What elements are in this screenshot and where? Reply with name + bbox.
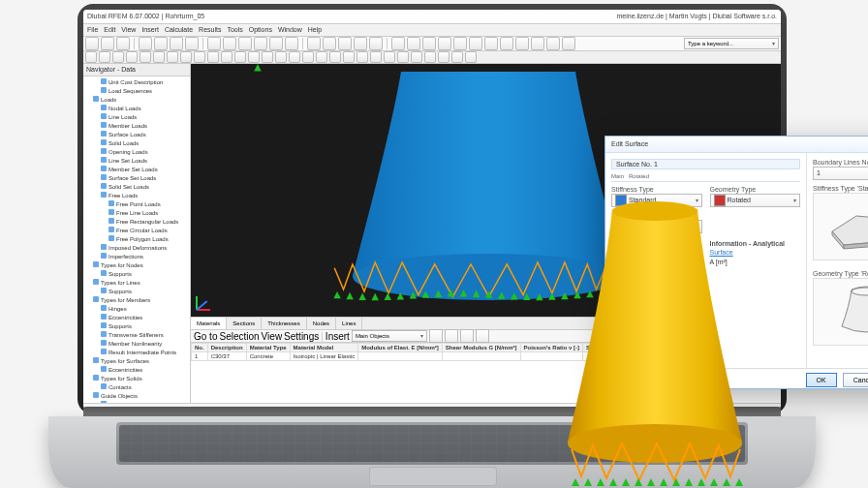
tree-item[interactable]: Surface Set Loads: [85, 174, 188, 183]
grid-goto[interactable]: Go to: [194, 331, 217, 342]
toolbar-button[interactable]: [180, 51, 192, 63]
tab-nodes[interactable]: Nodes: [307, 318, 336, 329]
toolbar-button[interactable]: [329, 51, 341, 63]
tree-item[interactable]: Contacts: [85, 383, 188, 392]
option-check[interactable]: [611, 336, 619, 344]
toolbar-button[interactable]: [369, 37, 383, 50]
tab-sections[interactable]: Sections: [227, 318, 262, 329]
tree-item[interactable]: Transverse Stiffeners: [85, 331, 188, 340]
tree-item[interactable]: Free Line Loads: [85, 209, 188, 218]
thickness-edit-button[interactable]: [672, 220, 686, 233]
tree-item[interactable]: Member Set Loads: [85, 166, 188, 174]
toolbar-button[interactable]: [207, 37, 221, 50]
toolbar-button[interactable]: [451, 51, 463, 63]
toolbar-button[interactable]: [170, 37, 183, 50]
ok-button[interactable]: OK: [806, 373, 837, 387]
menu-insert[interactable]: Insert: [141, 24, 159, 36]
menu-view[interactable]: View: [121, 24, 136, 36]
tree-item[interactable]: Loads: [85, 96, 188, 105]
tree-item[interactable]: Solid Loads: [85, 139, 188, 148]
toolbar-button[interactable]: [422, 37, 436, 50]
toolbar-button[interactable]: [185, 37, 199, 50]
material-combo[interactable]: 1 · C30/37 | Concrete | Linear Elastic .…: [611, 246, 686, 259]
toolbar-button[interactable]: [221, 51, 232, 63]
grid-insert[interactable]: Insert: [326, 331, 350, 342]
toolbar-button[interactable]: [453, 37, 467, 50]
toolbar-button[interactable]: [238, 37, 252, 50]
option-check[interactable]: [611, 346, 619, 353]
tree-item[interactable]: Types for Lines: [85, 279, 188, 288]
option-check[interactable]: [611, 297, 619, 305]
toolbar-button[interactable]: [407, 37, 420, 50]
grid-tool-button[interactable]: [476, 329, 489, 343]
col-header[interactable]: Material Model: [290, 344, 358, 352]
dialog-help-button[interactable]: [611, 373, 625, 386]
toolbar-button[interactable]: [285, 37, 298, 50]
option-check[interactable]: [611, 355, 619, 363]
tree-item[interactable]: Imperfections: [85, 253, 188, 261]
tree-item[interactable]: Supports: [85, 322, 188, 331]
dialog-tab[interactable]: Surface No. 1: [611, 159, 800, 169]
toolbar-button[interactable]: [248, 51, 260, 63]
grid-selection[interactable]: Selection: [219, 331, 259, 342]
tree-item[interactable]: Solid Set Loads: [85, 183, 188, 192]
toolbar-button[interactable]: [167, 51, 178, 63]
toolbar-button[interactable]: [85, 51, 97, 63]
toolbar-button[interactable]: [194, 51, 205, 63]
toolbar-button[interactable]: [323, 37, 336, 50]
option-check[interactable]: [611, 326, 619, 334]
menu-calculate[interactable]: Calculate: [165, 24, 193, 36]
col-header[interactable]: Shear Modulus G [N/mm²]: [442, 344, 520, 352]
toolbar-button[interactable]: [411, 51, 422, 63]
tree-item[interactable]: Supports: [85, 270, 188, 279]
tree-item[interactable]: Member Nonlinearity: [85, 340, 188, 349]
grid-view[interactable]: View: [262, 331, 283, 342]
boundary-lines-field[interactable]: 1: [813, 167, 868, 180]
toolbar-button[interactable]: [99, 51, 110, 63]
tree-item[interactable]: Eccentricities: [85, 314, 188, 322]
toolbar-button[interactable]: [484, 37, 498, 50]
tree-item[interactable]: Nodal Loads: [85, 105, 188, 113]
menu-edit[interactable]: Edit: [104, 24, 115, 36]
toolbar-button[interactable]: [338, 37, 352, 50]
tree-item[interactable]: Free Point Loads: [85, 200, 188, 209]
toolbar-button[interactable]: [223, 37, 236, 50]
quick-search[interactable]: Type a keyword...: [684, 38, 779, 49]
thickness-combo[interactable]: 1 · Uniform | d : 300.0 mm · C30/37: [611, 220, 669, 233]
col-header[interactable]: Description: [207, 344, 246, 352]
toolbar-button[interactable]: [289, 51, 300, 63]
col-header[interactable]: Material Type: [246, 344, 290, 352]
option-check[interactable]: [611, 307, 619, 315]
grid-settings[interactable]: Settings: [284, 331, 319, 342]
toolbar-button[interactable]: [126, 51, 138, 63]
toolbar-button[interactable]: [546, 37, 560, 50]
option-check[interactable]: [611, 288, 619, 295]
toolbar-button[interactable]: [234, 51, 246, 63]
tree-item[interactable]: Line Loads: [85, 113, 188, 122]
tree-item[interactable]: Member Loads: [85, 122, 188, 131]
tree-item[interactable]: Types for Surfaces: [85, 357, 188, 366]
toolbar-button[interactable]: [153, 51, 165, 63]
toolbar-button[interactable]: [269, 37, 283, 50]
toolbar-button[interactable]: [85, 37, 99, 50]
toolbar-button[interactable]: [500, 37, 513, 50]
toolbar-button[interactable]: [154, 37, 168, 50]
navigator-tree[interactable]: Unit Cost DescriptionLoad SequencesLoads…: [83, 76, 190, 403]
tree-item[interactable]: Types for Nodes: [85, 261, 188, 270]
toolbar-button[interactable]: [515, 37, 529, 50]
col-header[interactable]: Poisson's Ratio ν [-]: [520, 344, 582, 352]
tree-item[interactable]: Load Sequences: [85, 87, 188, 96]
tree-item[interactable]: Eccentricities: [85, 366, 188, 375]
thickness-lib-button[interactable]: [689, 220, 702, 233]
toolbar-button[interactable]: [275, 51, 287, 63]
toolbar-button[interactable]: [116, 37, 130, 50]
dialog-misc-button[interactable]: [631, 373, 644, 386]
tree-item[interactable]: Unit Cost Description: [85, 78, 188, 87]
toolbar-button[interactable]: [562, 37, 575, 50]
material-edit-button[interactable]: [689, 246, 702, 259]
menu-options[interactable]: Options: [249, 24, 272, 36]
toolbar-button[interactable]: [207, 51, 219, 63]
menu-window[interactable]: Window: [278, 24, 302, 36]
toolbar-button[interactable]: [316, 51, 327, 63]
toolbar-button[interactable]: [424, 51, 436, 63]
